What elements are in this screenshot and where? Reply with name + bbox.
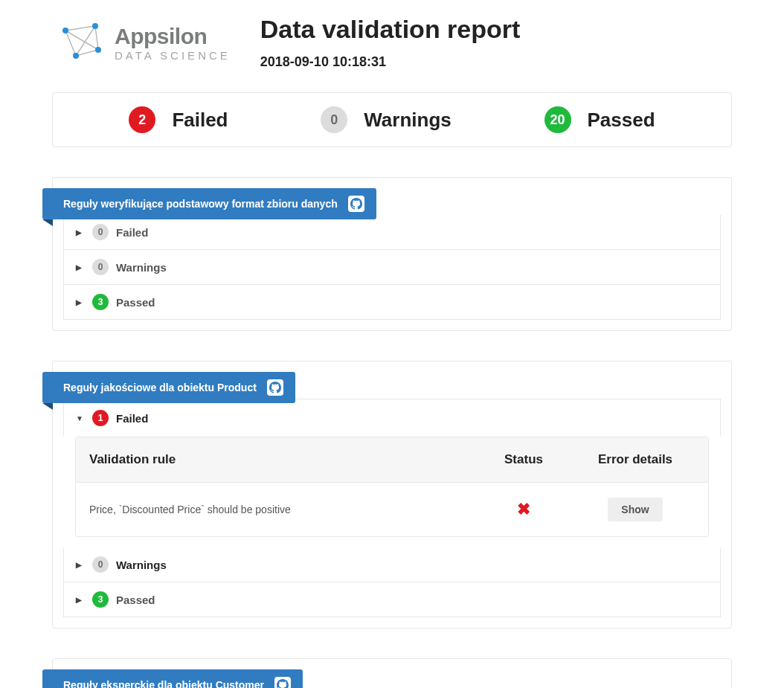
- row-failed[interactable]: ▶ 0 Failed: [63, 215, 721, 250]
- count-badge: 0: [92, 259, 109, 275]
- col-details: Error details: [576, 452, 695, 467]
- page-title: Data validation report: [260, 15, 521, 44]
- section-tab: Reguły jakościowe dla obiektu Product: [42, 372, 295, 403]
- row-warnings[interactable]: ▶ 0 Warnings: [63, 547, 721, 582]
- row-warnings[interactable]: ▶ 0 Warnings: [63, 250, 721, 285]
- section-title: Reguły eksperckie dla obiektu Customer: [63, 679, 264, 688]
- count-badge: 0: [92, 556, 109, 573]
- svg-point-6: [62, 28, 68, 33]
- logo-icon: [60, 20, 104, 65]
- section-basic-format: Reguły weryfikujące podstawowy format zb…: [52, 177, 732, 331]
- caret-right-icon: ▶: [76, 263, 85, 271]
- warnings-label: Warnings: [364, 109, 451, 132]
- passed-count-badge: 20: [544, 106, 571, 133]
- caret-right-icon: ▶: [76, 228, 85, 237]
- github-icon[interactable]: [267, 379, 283, 396]
- svg-line-1: [65, 30, 76, 56]
- caret-right-icon: ▶: [76, 596, 85, 604]
- github-icon[interactable]: [348, 196, 364, 212]
- col-status: Status: [472, 452, 576, 467]
- caret-down-icon: ▼: [76, 414, 85, 422]
- section-product-quality: Reguły jakościowe dla obiektu Product ▼ …: [52, 361, 732, 628]
- caret-right-icon: ▶: [76, 298, 85, 306]
- passed-label: Passed: [588, 109, 655, 132]
- caret-right-icon: ▶: [76, 561, 85, 569]
- failed-count-badge: 2: [129, 106, 155, 133]
- row-label: Failed: [116, 226, 148, 239]
- row-passed[interactable]: ▶ 3 Passed: [63, 285, 721, 320]
- svg-point-8: [73, 53, 79, 59]
- section-title: Reguły jakościowe dla obiektu Product: [63, 382, 257, 393]
- show-button[interactable]: Show: [608, 498, 662, 521]
- svg-point-7: [92, 23, 98, 29]
- row-label: Failed: [116, 412, 148, 425]
- svg-line-3: [95, 26, 98, 50]
- row-label: Passed: [116, 296, 155, 309]
- row-label: Passed: [116, 594, 155, 606]
- count-badge: 3: [92, 591, 109, 608]
- section-customer-expert: Reguły eksperckie dla obiektu Customer ▶…: [52, 658, 732, 688]
- rule-text: Price, `Discounted Price` should be posi…: [89, 504, 472, 515]
- svg-point-9: [95, 47, 101, 53]
- report-header: Appsilon DATA SCIENCE Data validation re…: [30, 15, 754, 70]
- github-icon[interactable]: [274, 677, 291, 688]
- validation-rule-table: Validation rule Status Error details Pri…: [75, 437, 709, 537]
- summary-warnings: 0 Warnings: [321, 106, 451, 133]
- logo-block: Appsilon DATA SCIENCE: [60, 20, 231, 65]
- row-passed[interactable]: ▶ 3 Passed: [63, 582, 721, 617]
- warnings-count-badge: 0: [321, 106, 347, 133]
- brand-sub: DATA SCIENCE: [115, 49, 231, 62]
- failed-label: Failed: [172, 109, 228, 132]
- report-timestamp: 2018-09-10 10:18:31: [260, 54, 521, 70]
- row-label: Warnings: [116, 261, 167, 274]
- section-tab: Reguły weryfikujące podstawowy format zb…: [42, 188, 376, 219]
- row-failed-expanded[interactable]: ▼ 1 Failed: [63, 399, 721, 437]
- count-badge: 0: [92, 224, 109, 240]
- summary-passed: 20 Passed: [544, 106, 655, 133]
- section-tab: Reguły eksperckie dla obiektu Customer: [42, 669, 303, 688]
- summary-bar: 2 Failed 0 Warnings 20 Passed: [52, 92, 732, 147]
- svg-line-0: [65, 26, 95, 30]
- section-title: Reguły weryfikujące podstawowy format zb…: [63, 198, 338, 210]
- fail-x-icon: ✖: [517, 500, 530, 518]
- col-rule: Validation rule: [89, 452, 472, 467]
- summary-failed: 2 Failed: [129, 106, 228, 133]
- brand-name: Appsilon: [115, 24, 231, 49]
- count-badge: 1: [92, 410, 109, 426]
- count-badge: 3: [92, 294, 109, 310]
- row-label: Warnings: [116, 559, 167, 571]
